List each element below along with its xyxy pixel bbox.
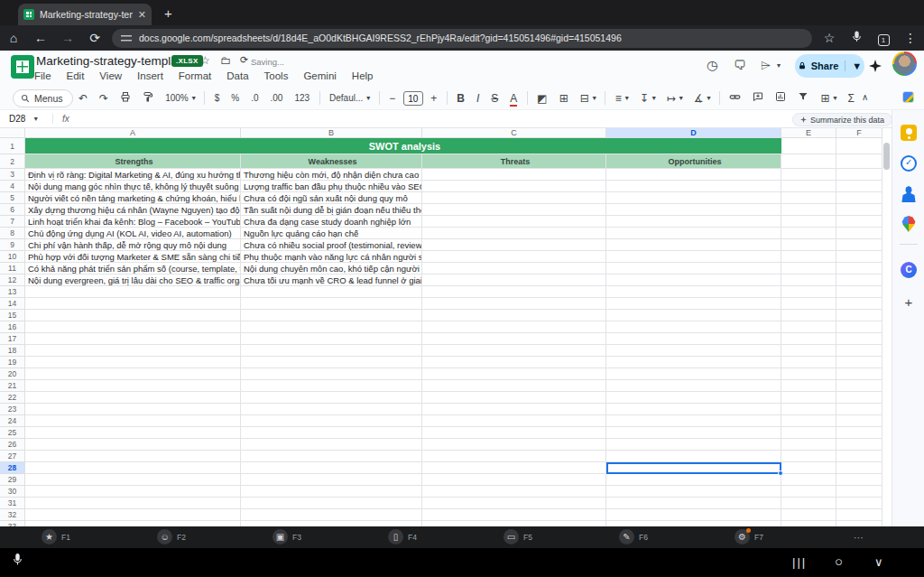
- account-avatar[interactable]: [892, 51, 917, 76]
- cell-B29[interactable]: [241, 474, 422, 486]
- cell-B15[interactable]: [241, 310, 422, 321]
- cell-E29[interactable]: [781, 474, 836, 486]
- row-header-10[interactable]: 10: [0, 251, 25, 263]
- fill-color-button[interactable]: ◩: [531, 92, 553, 105]
- share-button[interactable]: Share ▼: [795, 54, 864, 78]
- cell-B19[interactable]: [241, 357, 422, 368]
- font-select[interactable]: Defaul...: [324, 93, 369, 103]
- cell-B9[interactable]: Chưa có nhiều social proof (testimonial,…: [241, 239, 422, 251]
- create-filter-button[interactable]: [792, 91, 815, 105]
- cell-C27[interactable]: [422, 451, 606, 462]
- cell-D11[interactable]: [606, 263, 781, 275]
- cell-E10[interactable]: [781, 251, 836, 263]
- cell-C20[interactable]: [422, 368, 606, 380]
- cell-C31[interactable]: [422, 498, 606, 509]
- cell-E12[interactable]: [781, 275, 836, 286]
- cell-E17[interactable]: [781, 333, 836, 345]
- cell-D16[interactable]: [606, 321, 781, 333]
- column-header-C[interactable]: C: [422, 128, 606, 138]
- cell-E30[interactable]: [781, 486, 836, 498]
- tasks-icon[interactable]: [901, 155, 917, 172]
- cell-D19[interactable]: [606, 357, 781, 368]
- cell-C6[interactable]: [422, 204, 606, 216]
- cell-D3[interactable]: [606, 169, 781, 181]
- cell-E22[interactable]: [781, 392, 836, 404]
- cell-C25[interactable]: [422, 427, 606, 439]
- row-header-18[interactable]: 18: [0, 345, 25, 357]
- fill-handle[interactable]: [778, 470, 783, 476]
- site-info-icon[interactable]: [121, 33, 132, 42]
- cell-C8[interactable]: [422, 228, 606, 239]
- cell-C10[interactable]: [422, 251, 606, 263]
- column-header-D[interactable]: D: [606, 128, 781, 138]
- italic-button[interactable]: I: [470, 92, 485, 105]
- collapse-toolbar-icon[interactable]: ∧: [862, 92, 868, 102]
- cell-F15[interactable]: [836, 310, 882, 321]
- strikethrough-button[interactable]: S: [485, 92, 504, 105]
- fkey-f6[interactable]: ✎F6: [619, 529, 648, 544]
- keep-icon[interactable]: [901, 125, 917, 141]
- gemini-sparkle-icon[interactable]: [869, 60, 882, 72]
- cell-E3[interactable]: [781, 169, 836, 181]
- currency-format-button[interactable]: $: [208, 93, 226, 103]
- cell-E8[interactable]: [781, 228, 836, 239]
- menu-edit[interactable]: Edit: [67, 70, 85, 81]
- cell-D25[interactable]: [606, 427, 781, 439]
- cell-A27[interactable]: [25, 451, 241, 462]
- increase-decimal-button[interactable]: .00: [264, 93, 289, 103]
- cell-A8[interactable]: Chủ động ứng dụng AI (KOL AI, video AI, …: [25, 228, 241, 239]
- cell-A4[interactable]: Nội dung mang góc nhìn thực tế, không lý…: [25, 181, 241, 192]
- cell-F11[interactable]: [836, 263, 882, 275]
- cell-A23[interactable]: [25, 404, 241, 415]
- forward-icon[interactable]: →: [54, 31, 81, 45]
- cell-B12[interactable]: Chưa tối ưu mạnh về CRO & lead funnel ở …: [241, 275, 422, 286]
- column-header-E[interactable]: E: [781, 128, 836, 138]
- swot-header-opportunities[interactable]: Opportunities: [606, 154, 781, 169]
- cell-E14[interactable]: [781, 298, 836, 310]
- cell-B26[interactable]: [241, 439, 422, 451]
- row-header-21[interactable]: 21: [0, 380, 25, 392]
- text-wrap-caret-icon[interactable]: ▼: [678, 95, 688, 101]
- zoom-select[interactable]: 100%: [160, 93, 195, 103]
- cell-A30[interactable]: [25, 486, 241, 498]
- video-call-icon[interactable]: ⌲: [761, 58, 771, 73]
- cell-B14[interactable]: [241, 298, 422, 310]
- cell-A17[interactable]: [25, 333, 241, 345]
- cell-A22[interactable]: [25, 392, 241, 404]
- cell-C28[interactable]: [422, 462, 606, 474]
- cell-D8[interactable]: [606, 228, 781, 239]
- cell-F17[interactable]: [836, 333, 882, 345]
- home-icon[interactable]: ⌂: [0, 31, 27, 45]
- cell-F28[interactable]: [836, 462, 882, 474]
- addon-icon[interactable]: C: [901, 262, 917, 278]
- cell-D29[interactable]: [606, 474, 781, 486]
- cell-D12[interactable]: [606, 275, 781, 286]
- cell-D14[interactable]: [606, 298, 781, 310]
- cell-E24[interactable]: [781, 415, 836, 427]
- cell-D6[interactable]: [606, 204, 781, 216]
- cell-C17[interactable]: [422, 333, 606, 345]
- cell-D24[interactable]: [606, 415, 781, 427]
- recents-icon[interactable]: |||: [792, 555, 807, 569]
- cell-F6[interactable]: [836, 204, 882, 216]
- horizontal-align-caret-icon[interactable]: ▼: [624, 95, 633, 101]
- vertical-align-caret-icon[interactable]: ▼: [651, 95, 661, 101]
- cell-A5[interactable]: Người viết có nền tảng marketing & chứng…: [25, 192, 241, 204]
- cell-C26[interactable]: [422, 439, 606, 451]
- cell-F13[interactable]: [836, 286, 882, 298]
- cell-E1[interactable]: [781, 138, 836, 154]
- row-header-16[interactable]: 16: [0, 321, 25, 333]
- name-box[interactable]: D28 ▼: [0, 114, 52, 124]
- cell-F5[interactable]: [836, 192, 882, 204]
- row-header-31[interactable]: 31: [0, 498, 25, 509]
- cell-E23[interactable]: [781, 404, 836, 415]
- mic-icon[interactable]: [12, 553, 23, 570]
- fkey-f1[interactable]: ★F1: [42, 529, 70, 544]
- row-header-27[interactable]: 27: [0, 451, 25, 462]
- cell-F25[interactable]: [836, 427, 882, 439]
- insert-chart-button[interactable]: [770, 91, 792, 105]
- row-header-13[interactable]: 13: [0, 286, 25, 298]
- cell-D4[interactable]: [606, 181, 781, 192]
- cell-E25[interactable]: [781, 427, 836, 439]
- cell-A13[interactable]: [25, 286, 241, 298]
